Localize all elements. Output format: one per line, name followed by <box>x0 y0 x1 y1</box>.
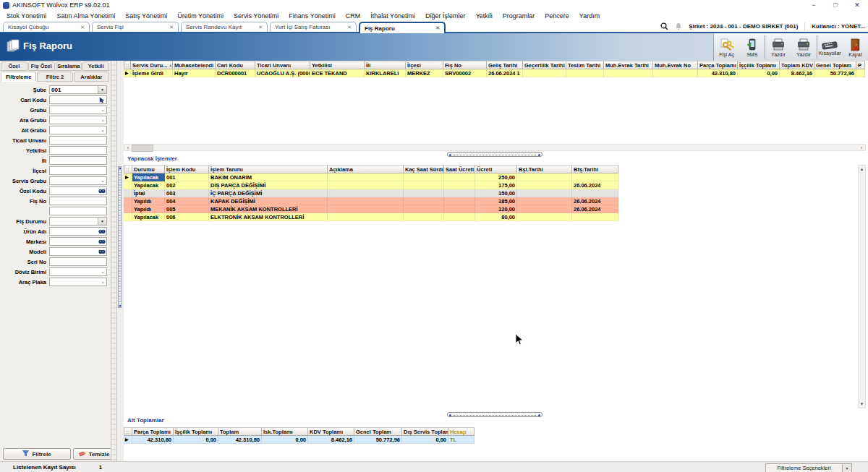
lookup-icon[interactable] <box>98 188 106 196</box>
tab-fiş-özel[interactable]: Fiş Özel <box>28 61 55 71</box>
grid-cell[interactable]: 150,00 <box>475 189 517 197</box>
grid-cell[interactable]: Yapıldı <box>132 197 165 205</box>
tab-close-icon[interactable]: ✕ <box>258 25 263 30</box>
grid-cell[interactable]: ECE TEKAND <box>310 69 365 77</box>
grid-cell[interactable] <box>444 181 475 189</box>
field-ili-input[interactable] <box>50 157 106 164</box>
lookup-icon[interactable] <box>98 228 106 236</box>
grid-cell[interactable]: 42.310,80 <box>218 436 262 444</box>
splitter-slider-bottom[interactable] <box>447 412 542 417</box>
column-header[interactable]: İli <box>365 61 406 69</box>
grid-cell[interactable]: İÇ PARÇA DEĞİŞİMİ <box>209 189 328 197</box>
grid-cell[interactable]: ELKTRONİK AKSAM KONTROLLERİ <box>209 213 328 221</box>
grid-cell[interactable] <box>444 205 475 213</box>
grid-cell[interactable]: 80,00 <box>475 213 517 221</box>
bell-icon[interactable] <box>675 20 682 33</box>
fis-grid-hscrollbar[interactable]: ‹ › <box>124 144 866 151</box>
grid-cell[interactable] <box>328 173 404 181</box>
table-row[interactable]: ▶42.310,800,0042.310,800,008.462,1650.77… <box>124 436 475 444</box>
grid-cell[interactable]: 001 <box>165 173 209 181</box>
scroll-up-icon[interactable]: ▲ <box>859 166 865 173</box>
row-indicator-cell[interactable]: ▶ <box>124 69 131 77</box>
column-header[interactable]: Teslim Tarihi <box>566 61 604 69</box>
column-header[interactable]: Parça Toplamı <box>698 61 738 69</box>
menu-crm[interactable]: CRM <box>341 12 366 20</box>
grid-cell[interactable]: DCR000001 <box>216 69 255 77</box>
field-ticari-unvani-input[interactable] <box>50 137 106 144</box>
grid-cell[interactable] <box>404 189 444 197</box>
grid-cell[interactable] <box>572 213 618 221</box>
grid-cell[interactable]: 8.462,16 <box>780 69 814 77</box>
grid-cell[interactable]: 185,00 <box>475 197 517 205</box>
chevron-down-icon[interactable]: ⌄ <box>101 126 105 134</box>
field-ara-grubu[interactable]: ⌄ <box>49 116 107 124</box>
tab-aralıklar[interactable]: Aralıklar <box>74 72 109 82</box>
grid-cell[interactable]: 003 <box>165 189 209 197</box>
chevron-down-icon[interactable]: ▼ <box>98 218 106 225</box>
tab-özel[interactable]: Özel <box>1 61 27 71</box>
tab-close-icon[interactable]: ✕ <box>80 25 85 30</box>
chevron-down-icon[interactable]: ▼ <box>98 86 106 93</box>
column-header[interactable]: Genel Toplam <box>814 61 856 69</box>
grid-cell[interactable]: Yapıldı <box>132 205 165 213</box>
grid-cell[interactable] <box>328 213 404 221</box>
grid-cell[interactable] <box>444 173 475 181</box>
tab-servis-fişi[interactable]: Servis Fişi✕ <box>92 22 179 32</box>
menu-i-thalat-yönetimi[interactable]: İthalat Yönetimi <box>365 12 420 20</box>
grid-cell[interactable]: UCAOĞLU A.Ş. (000001 <box>255 69 310 77</box>
panel-scrollbar[interactable] <box>111 61 117 461</box>
maximize-icon[interactable]: □ <box>825 0 846 10</box>
scroll-right-icon[interactable]: › <box>858 145 865 150</box>
grid-cell[interactable] <box>517 181 572 189</box>
grid-cell[interactable]: 0,00 <box>262 436 308 444</box>
grid-cell[interactable] <box>444 189 475 197</box>
grid-cell[interactable] <box>404 205 444 213</box>
grid-cell[interactable] <box>517 197 572 205</box>
grid-cell[interactable]: 120,00 <box>475 205 517 213</box>
table-row[interactable]: İptal003İÇ PARÇA DEĞİŞİMİ150,00 <box>124 189 618 197</box>
grid-cell[interactable] <box>328 205 404 213</box>
grid-cell[interactable]: 0,00 <box>174 436 218 444</box>
field-servis-grubu[interactable]: ⌄ <box>49 176 107 185</box>
column-header[interactable]: Yetkilisi <box>310 61 365 69</box>
field-grubu[interactable]: ⌄ <box>49 106 107 114</box>
filter-options-button[interactable]: Filtreleme Seçenekleri ▼ <box>765 463 852 472</box>
splitter-slider-top[interactable] <box>447 152 542 157</box>
grid-cell[interactable]: TL <box>448 436 475 444</box>
grid-cell[interactable]: Yapılacak <box>132 173 165 181</box>
grid-cell[interactable]: MERKEZ <box>406 69 443 77</box>
grid-cell[interactable]: 8.462,16 <box>308 436 354 444</box>
table-row[interactable]: ▶Yapılacak001BAKIM ONARIM250,00 <box>124 173 618 181</box>
tab-close-icon[interactable]: ✕ <box>435 25 440 31</box>
tab-close-icon[interactable]: ✕ <box>347 25 352 30</box>
grid-cell[interactable]: 42.310,80 <box>132 436 174 444</box>
menu-satış-yönetimi[interactable]: Satış Yönetimi <box>120 12 172 20</box>
grid-cell[interactable] <box>328 189 404 197</box>
grid-cell[interactable] <box>404 181 444 189</box>
column-header[interactable]: Geçerlilik Tarihi <box>523 61 566 69</box>
row-selector-header[interactable] <box>124 165 132 173</box>
column-header[interactable]: Btş.Tarihi <box>572 165 618 173</box>
row-indicator-cell[interactable]: ▶ <box>124 173 132 181</box>
grid-cell[interactable]: 50.772,96 <box>814 69 856 77</box>
column-header[interactable]: Saat Ücreti <box>444 165 475 173</box>
tab-yurt-i-çi-satış-faturası[interactable]: Yurt İçi Satış Faturası✕ <box>270 22 357 32</box>
fişi-aç-button[interactable]: Fişi Aç <box>714 33 739 61</box>
field-seri-no-input[interactable] <box>50 258 106 265</box>
search-icon[interactable] <box>660 20 668 33</box>
grid-cell[interactable] <box>572 189 618 197</box>
menu-programlar[interactable]: Programlar <box>498 12 540 20</box>
splitter-handle[interactable] <box>118 166 122 308</box>
tab-servis-randevu-kayıt[interactable]: Servis Randevu Kayıt✕ <box>181 22 268 32</box>
field-fis-durumu[interactable]: ▼ <box>49 217 107 226</box>
row-indicator-cell[interactable] <box>124 205 132 213</box>
menu-yetkili[interactable]: Yetkili <box>471 12 498 20</box>
column-header[interactable]: İlçesi <box>406 61 443 69</box>
tab-sıralama[interactable]: Sıralama <box>56 61 82 71</box>
row-indicator-cell[interactable] <box>124 189 132 197</box>
grid-cell[interactable]: 42.310,80 <box>698 69 738 77</box>
tab-filtre-2[interactable]: Filtre 2 <box>37 72 72 82</box>
column-header[interactable]: Ücreti <box>475 165 517 173</box>
grid-cell[interactable]: SRV00002 <box>443 69 487 77</box>
grid-cell[interactable] <box>517 213 572 221</box>
